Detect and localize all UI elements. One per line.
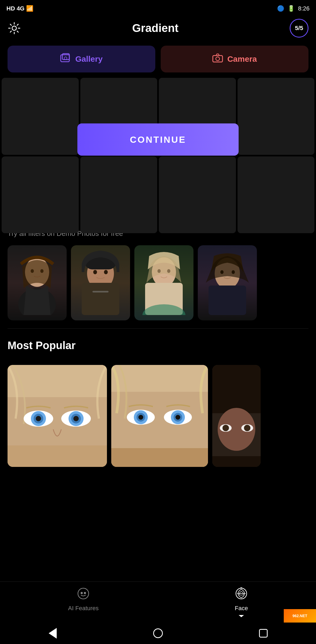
watermark-text: 962.NET xyxy=(292,614,307,618)
recents-icon xyxy=(259,629,268,638)
popular-photos-row xyxy=(0,365,316,467)
grid-section: CONTINUE xyxy=(0,78,316,201)
svg-rect-46 xyxy=(111,448,208,467)
svg-point-55 xyxy=(78,588,89,599)
header: Gradient 5/5 xyxy=(0,16,316,40)
continue-button-wrapper: CONTINUE xyxy=(77,123,239,156)
svg-point-45 xyxy=(175,415,180,420)
watermark: 962.NET xyxy=(284,609,316,623)
nav-face[interactable]: Face xyxy=(235,587,248,617)
demo-photo-3-inner xyxy=(134,245,193,320)
face-icon xyxy=(235,587,248,603)
system-nav xyxy=(0,623,316,644)
status-right: 🔵 🔋 8:26 xyxy=(277,5,310,12)
popular-photo-2-overlay xyxy=(111,365,208,467)
svg-point-57 xyxy=(84,592,86,594)
photo-cell-6[interactable] xyxy=(80,156,157,233)
signal-icon: 📶 xyxy=(26,5,33,12)
face-up-arrow xyxy=(239,615,244,617)
nav-ai-features[interactable]: AI Features xyxy=(68,587,99,617)
demo-photo-2-inner xyxy=(71,245,130,320)
svg-point-13 xyxy=(104,270,108,274)
gallery-icon xyxy=(60,53,71,65)
counter-label: 5/5 xyxy=(295,25,303,32)
status-bar: HD 4G 📶 🔵 🔋 8:26 xyxy=(0,0,316,16)
face-label: Face xyxy=(235,605,248,612)
svg-point-12 xyxy=(93,270,97,274)
page-title: Gradient xyxy=(132,22,179,35)
section-divider xyxy=(8,328,308,329)
continue-label: CONTINUE xyxy=(130,134,186,145)
demo-photos-row xyxy=(8,245,308,320)
svg-rect-54 xyxy=(212,456,261,467)
svg-point-41 xyxy=(138,415,143,420)
svg-rect-48 xyxy=(212,365,261,413)
svg-rect-35 xyxy=(8,445,107,467)
photo-cell-4[interactable] xyxy=(238,78,315,155)
svg-rect-4 xyxy=(213,56,222,62)
bottom-nav: AI Features Face xyxy=(0,581,316,623)
battery-icon: 🔋 xyxy=(288,5,295,12)
status-hd-label: HD 4G xyxy=(6,5,24,12)
svg-point-5 xyxy=(216,57,220,61)
demo-photo-1-inner xyxy=(8,245,67,320)
home-button[interactable] xyxy=(151,627,165,640)
demo-photo-2[interactable] xyxy=(71,245,130,320)
recents-button[interactable] xyxy=(257,627,270,640)
popular-section-title: Most Popular xyxy=(8,339,308,352)
status-left: HD 4G 📶 xyxy=(6,5,33,12)
ai-features-label: AI Features xyxy=(68,605,99,612)
photo-cell-8[interactable] xyxy=(238,156,315,233)
photo-cell-7[interactable] xyxy=(159,156,236,233)
source-buttons-container: Gallery Camera xyxy=(0,40,316,78)
photo-cell-5[interactable] xyxy=(2,156,79,233)
camera-label: Camera xyxy=(227,54,257,64)
home-icon xyxy=(153,628,163,638)
camera-button[interactable]: Camera xyxy=(161,46,308,72)
counter-badge: 5/5 xyxy=(290,19,308,38)
demo-photo-4[interactable] xyxy=(198,245,257,320)
popular-section: Most Popular xyxy=(0,331,316,360)
svg-point-30 xyxy=(36,416,41,421)
time-label: 8:26 xyxy=(298,5,310,12)
svg-rect-15 xyxy=(92,291,109,292)
camera-icon xyxy=(212,53,223,65)
svg-point-56 xyxy=(81,592,83,594)
photo-cell-1[interactable] xyxy=(2,78,79,155)
demo-photo-1[interactable] xyxy=(8,245,67,320)
popular-photo-3[interactable] xyxy=(212,365,261,467)
bluetooth-icon: 🔵 xyxy=(277,5,284,12)
ai-features-icon xyxy=(77,587,90,603)
svg-rect-26 xyxy=(8,365,107,397)
svg-rect-22 xyxy=(209,286,246,315)
popular-photo-2[interactable] xyxy=(111,365,208,467)
settings-button[interactable] xyxy=(8,21,21,35)
svg-point-53 xyxy=(244,425,250,431)
svg-point-34 xyxy=(73,416,79,421)
svg-point-51 xyxy=(222,425,229,431)
back-icon xyxy=(49,628,57,639)
popular-photo-1-overlay xyxy=(8,365,107,467)
continue-button[interactable]: CONTINUE xyxy=(77,123,239,156)
gallery-label: Gallery xyxy=(75,54,103,64)
svg-point-0 xyxy=(12,26,16,30)
demo-photo-4-inner xyxy=(198,245,257,320)
demo-photo-3[interactable] xyxy=(134,245,193,320)
gallery-button[interactable]: Gallery xyxy=(8,46,155,72)
svg-rect-11 xyxy=(82,283,119,315)
popular-photo-1[interactable] xyxy=(8,365,107,467)
back-button[interactable] xyxy=(46,627,59,640)
popular-photo-3-overlay xyxy=(212,365,261,467)
